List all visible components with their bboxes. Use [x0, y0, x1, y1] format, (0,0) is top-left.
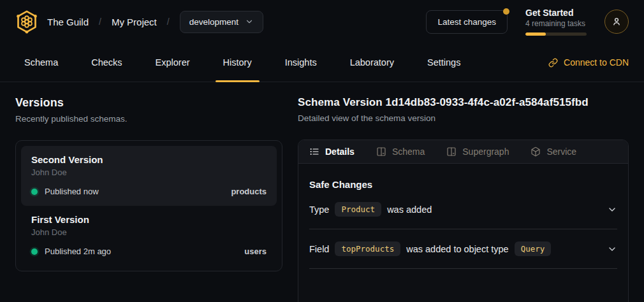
change-prefix: Field — [309, 244, 329, 254]
connect-to-cdn-link[interactable]: Connect to CDN — [548, 57, 629, 68]
service-name-badge: users — [244, 247, 267, 256]
breadcrumb-separator: / — [167, 17, 170, 27]
breadcrumb-project[interactable]: My Project — [112, 17, 157, 27]
hive-hexagon-logo-icon[interactable] — [15, 10, 38, 34]
tab-explorer[interactable]: Explorer — [139, 43, 207, 82]
target-selector-value: development — [189, 17, 238, 27]
get-started-widget[interactable]: Get Started 4 remaining tasks — [525, 8, 587, 36]
latest-changes-label: Latest changes — [437, 17, 496, 27]
published-status-text: Published 2m ago — [45, 247, 111, 256]
service-name-badge: products — [231, 187, 267, 196]
version-author: John Doe — [31, 227, 267, 237]
published-status-dot — [31, 248, 38, 255]
notification-dot — [503, 8, 509, 15]
latest-changes-button[interactable]: Latest changes — [426, 10, 508, 34]
detail-tab-service[interactable]: Service — [531, 147, 576, 157]
detail-tab-label: Supergraph — [462, 147, 509, 157]
breadcrumb: The Guild / My Project / development — [47, 11, 263, 33]
change-suffix: was added — [387, 205, 432, 215]
breadcrumb-org[interactable]: The Guild — [47, 17, 89, 27]
versions-column: Versions Recently published schemas. Sec… — [15, 96, 282, 302]
chevron-down-icon[interactable] — [607, 244, 617, 254]
versions-subtitle: Recently published schemas. — [15, 114, 282, 124]
version-detail-subtitle: Detailed view of the schema version — [298, 113, 629, 123]
detail-tab-label: Schema — [392, 147, 425, 157]
detail-tab-schema[interactable]: Schema — [376, 147, 425, 157]
get-started-progress-fill — [525, 32, 546, 36]
safe-changes-heading: Safe Changes — [309, 179, 617, 190]
get-started-title: Get Started — [525, 8, 587, 18]
versions-list: Second Version John Doe Published now pr… — [15, 140, 282, 271]
published-status-text: Published now — [45, 187, 99, 196]
app-header: The Guild / My Project / development Lat… — [0, 0, 644, 43]
tab-history[interactable]: History — [207, 43, 268, 82]
version-list-item-first[interactable]: First Version John Doe Published 2m ago … — [21, 206, 277, 266]
breadcrumb-separator: / — [99, 17, 101, 27]
chevron-down-icon — [245, 17, 254, 26]
code-badge: topProducts — [335, 241, 400, 256]
header-right: Latest changes Get Started 4 remaining t… — [426, 8, 629, 36]
version-name: First Version — [31, 214, 267, 225]
tab-settings[interactable]: Settings — [411, 43, 477, 82]
user-icon — [611, 17, 622, 27]
get-started-progress-bar — [525, 32, 587, 36]
versions-title: Versions — [15, 96, 282, 110]
chevron-down-icon[interactable] — [607, 205, 617, 215]
detail-tab-supergraph[interactable]: Supergraph — [446, 147, 509, 157]
cube-icon — [531, 147, 541, 157]
detail-tab-label: Service — [546, 147, 576, 157]
connect-to-cdn-label: Connect to CDN — [564, 57, 629, 68]
detail-body: Safe Changes Type Product was added Fiel… — [298, 179, 628, 269]
tab-insights[interactable]: Insights — [268, 43, 333, 82]
change-prefix: Type — [309, 205, 329, 215]
version-author: John Doe — [31, 168, 267, 177]
version-detail-panel: Details Schema Supergraph — [298, 140, 629, 302]
version-name: Second Version — [31, 154, 267, 165]
tab-checks[interactable]: Checks — [75, 43, 138, 82]
main-nav: Schema Checks Explorer History Insights … — [0, 43, 644, 82]
change-row-field-added[interactable]: Field topProducts was added to object ty… — [309, 229, 617, 269]
tab-laboratory[interactable]: Laboratory — [333, 43, 411, 82]
version-detail-header: Schema Version 1d14db83-0933-4f4c-a02f-a… — [298, 96, 629, 123]
detail-tab-details[interactable]: Details — [309, 147, 355, 157]
version-detail-column: Schema Version 1d14db83-0933-4f4c-a02f-a… — [298, 96, 629, 302]
detail-tab-label: Details — [325, 147, 355, 157]
get-started-subtitle: 4 remaining tasks — [525, 19, 587, 28]
tab-schema[interactable]: Schema — [15, 43, 75, 82]
code-badge: Query — [515, 241, 552, 256]
version-detail-title: Schema Version 1d14db83-0933-4f4c-a02f-a… — [298, 96, 629, 109]
detail-tabs: Details Schema Supergraph — [298, 140, 628, 164]
list-icon — [309, 147, 319, 157]
main-content: Versions Recently published schemas. Sec… — [0, 82, 644, 302]
columns-icon — [376, 147, 386, 157]
version-list-item-second[interactable]: Second Version John Doe Published now pr… — [21, 146, 277, 206]
change-middle: was added to object type — [406, 244, 508, 254]
user-avatar[interactable] — [604, 10, 629, 34]
published-status-dot — [31, 189, 38, 195]
target-selector-dropdown[interactable]: development — [180, 11, 263, 33]
change-row-type-added[interactable]: Type Product was added — [309, 190, 617, 229]
versions-header: Versions Recently published schemas. — [15, 96, 282, 124]
columns-icon — [446, 147, 457, 157]
code-badge: Product — [335, 202, 381, 217]
link-chain-icon — [548, 58, 558, 68]
